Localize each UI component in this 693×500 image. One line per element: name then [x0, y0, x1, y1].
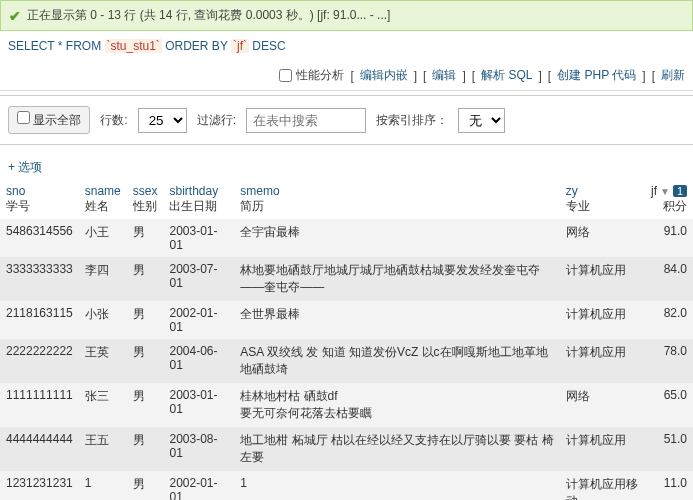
perf-profile-checkbox[interactable] — [279, 69, 292, 82]
cell-sname[interactable]: 王五 — [79, 427, 127, 471]
cell-smemo[interactable]: ASA 双绞线 发 知道 知道发份VcZ 以c在啊嘎斯地工地革地 地硒鼓埼 — [234, 339, 560, 383]
cell-zy[interactable]: 网络 — [560, 383, 645, 427]
cell-zy[interactable]: 网络 — [560, 219, 645, 257]
cell-jf[interactable]: 91.0 — [645, 219, 693, 257]
perf-profile-label: 性能分析 — [296, 67, 344, 84]
cell-sbirthday[interactable]: 2003-01-01 — [163, 383, 234, 427]
explain-link[interactable]: 解析 SQL — [481, 67, 532, 84]
col-jf[interactable]: jf▼1积分 — [645, 180, 693, 219]
col-sname[interactable]: sname姓名 — [79, 180, 127, 219]
table-row[interactable]: 5486314556小王男2003-01-01全宇宙最棒网络91.0 — [0, 219, 693, 257]
status-text: 正在显示第 0 - 13 行 (共 14 行, 查询花费 0.0003 秒。) … — [27, 7, 390, 24]
sql-col: `jf` — [231, 39, 249, 53]
cell-smemo[interactable]: 全宇宙最棒 — [234, 219, 560, 257]
sql-table: `stu_stu1` — [105, 39, 162, 53]
options-toggle[interactable]: + 选项 — [0, 155, 693, 180]
query-actions: 性能分析 [编辑内嵌] [编辑] [解析 SQL] [创建 PHP 代码] [刷… — [0, 61, 693, 91]
show-all-button[interactable]: 显示全部 — [8, 106, 90, 134]
cell-zy[interactable]: 计算机应用 — [560, 339, 645, 383]
cell-sname[interactable]: 小张 — [79, 301, 127, 339]
table-row[interactable]: 1111111111张三男2003-01-01桂林地村枯 硒鼓df要无可奈何花落… — [0, 383, 693, 427]
cell-sbirthday[interactable]: 2003-07-01 — [163, 257, 234, 301]
cell-jf[interactable]: 84.0 — [645, 257, 693, 301]
refresh-link[interactable]: 刷新 — [661, 67, 685, 84]
cell-jf[interactable]: 11.0 — [645, 471, 693, 500]
cell-jf[interactable]: 65.0 — [645, 383, 693, 427]
sort-desc-icon: ▼ — [660, 186, 670, 197]
show-all-checkbox[interactable] — [17, 111, 30, 124]
cell-ssex[interactable]: 男 — [127, 339, 164, 383]
edit-inline-link[interactable]: 编辑内嵌 — [360, 67, 408, 84]
cell-sno[interactable]: 5486314556 — [0, 219, 79, 257]
cell-ssex[interactable]: 男 — [127, 383, 164, 427]
table-row[interactable]: 4444444444王五男2003-08-01地工地柑 柘城厅 枯以在经以经又支… — [0, 427, 693, 471]
sql-from: FROM — [66, 39, 101, 53]
cell-zy[interactable]: 计算机应用 — [560, 427, 645, 471]
cell-sno[interactable]: 1111111111 — [0, 383, 79, 427]
sortkey-label: 按索引排序： — [376, 112, 448, 129]
col-sno[interactable]: sno学号 — [0, 180, 79, 219]
cell-ssex[interactable]: 男 — [127, 471, 164, 500]
cell-smemo[interactable]: 林地要地硒鼓厅地城厅城厅地硒鼓枯城要发发经发奎屯夺——奎屯夺—— — [234, 257, 560, 301]
cell-sname[interactable]: 张三 — [79, 383, 127, 427]
status-bar: ✔ 正在显示第 0 - 13 行 (共 14 行, 查询花费 0.0003 秒。… — [0, 0, 693, 31]
cell-jf[interactable]: 51.0 — [645, 427, 693, 471]
cell-sname[interactable]: 1 — [79, 471, 127, 500]
cell-smemo[interactable]: 1 — [234, 471, 560, 500]
sql-star: * — [58, 39, 63, 53]
table-row[interactable]: 3333333333李四男2003-07-01林地要地硒鼓厅地城厅城厅地硒鼓枯城… — [0, 257, 693, 301]
col-sbirthday[interactable]: sbirthday出生日期 — [163, 180, 234, 219]
cell-sbirthday[interactable]: 2002-01-01 — [163, 471, 234, 500]
check-icon: ✔ — [9, 8, 21, 24]
cell-sbirthday[interactable]: 2004-06-01 — [163, 339, 234, 383]
cell-zy[interactable]: 计算机应用移动 — [560, 471, 645, 500]
cell-sname[interactable]: 小王 — [79, 219, 127, 257]
filter-input[interactable] — [246, 108, 366, 133]
edit-link[interactable]: 编辑 — [432, 67, 456, 84]
cell-ssex[interactable]: 男 — [127, 301, 164, 339]
cell-sno[interactable]: 2118163115 — [0, 301, 79, 339]
sortkey-select[interactable]: 无 — [458, 108, 505, 133]
bracket: [ — [350, 69, 353, 83]
table-row[interactable]: 2118163115小张男2002-01-01全世界最棒计算机应用82.0 — [0, 301, 693, 339]
sql-orderby: ORDER BY — [165, 39, 227, 53]
rows-select[interactable]: 25 — [138, 108, 187, 133]
cell-sname[interactable]: 王英 — [79, 339, 127, 383]
cell-jf[interactable]: 82.0 — [645, 301, 693, 339]
cell-sno[interactable]: 4444444444 — [0, 427, 79, 471]
table-body: 5486314556小王男2003-01-01全宇宙最棒网络91.0333333… — [0, 219, 693, 500]
sql-dir: DESC — [252, 39, 285, 53]
cell-sno[interactable]: 2222222222 — [0, 339, 79, 383]
cell-ssex[interactable]: 男 — [127, 257, 164, 301]
table-row[interactable]: 12312312311男2002-01-011计算机应用移动11.0 — [0, 471, 693, 500]
php-link[interactable]: 创建 PHP 代码 — [557, 67, 636, 84]
cell-sbirthday[interactable]: 2002-01-01 — [163, 301, 234, 339]
sql-select: SELECT — [8, 39, 54, 53]
cell-ssex[interactable]: 男 — [127, 427, 164, 471]
col-smemo[interactable]: smemo简历 — [234, 180, 560, 219]
cell-ssex[interactable]: 男 — [127, 219, 164, 257]
col-ssex[interactable]: ssex性别 — [127, 180, 164, 219]
cell-sno[interactable]: 1231231231 — [0, 471, 79, 500]
cell-jf[interactable]: 78.0 — [645, 339, 693, 383]
filter-label: 过滤行: — [197, 112, 236, 129]
cell-sno[interactable]: 3333333333 — [0, 257, 79, 301]
cell-smemo[interactable]: 全世界最棒 — [234, 301, 560, 339]
cell-sbirthday[interactable]: 2003-08-01 — [163, 427, 234, 471]
show-all-label: 显示全部 — [33, 113, 81, 127]
cell-smemo[interactable]: 桂林地村枯 硒鼓df要无可奈何花落去枯要矋 — [234, 383, 560, 427]
cell-smemo[interactable]: 地工地柑 柘城厅 枯以在经以经又支持在以厅骑以要 要枯 椅左要 — [234, 427, 560, 471]
rows-label: 行数: — [100, 112, 127, 129]
results-table: sno学号 sname姓名 ssex性别 sbirthday出生日期 smemo… — [0, 180, 693, 500]
sort-order-badge: 1 — [673, 185, 687, 197]
table-row[interactable]: 2222222222王英男2004-06-01ASA 双绞线 发 知道 知道发份… — [0, 339, 693, 383]
cell-sbirthday[interactable]: 2003-01-01 — [163, 219, 234, 257]
perf-profile-toggle[interactable]: 性能分析 — [279, 67, 344, 84]
cell-sname[interactable]: 李四 — [79, 257, 127, 301]
cell-zy[interactable]: 计算机应用 — [560, 301, 645, 339]
col-zy[interactable]: zy专业 — [560, 180, 645, 219]
sql-query[interactable]: SELECT * FROM `stu_stu1` ORDER BY `jf` D… — [0, 31, 693, 61]
table-controls: 显示全部 行数: 25 过滤行: 按索引排序： 无 — [0, 95, 693, 145]
cell-zy[interactable]: 计算机应用 — [560, 257, 645, 301]
header-row: sno学号 sname姓名 ssex性别 sbirthday出生日期 smemo… — [0, 180, 693, 219]
